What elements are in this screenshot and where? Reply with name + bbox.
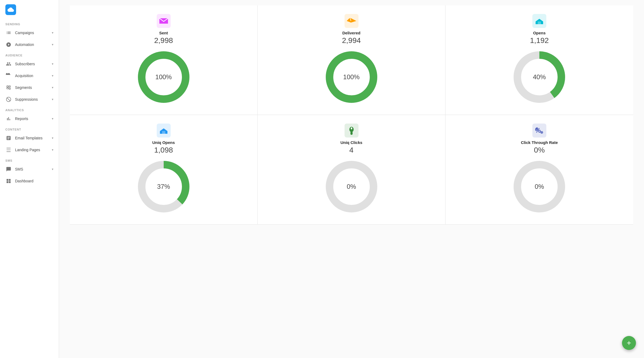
section-analytics: ANALYTICS bbox=[0, 105, 59, 113]
sidebar-item-subscribers[interactable]: Subscribers ▾ bbox=[0, 58, 59, 70]
dashboard-icon bbox=[5, 178, 12, 184]
stat-value-opens: 1,192 bbox=[530, 36, 549, 45]
subscribers-chevron: ▾ bbox=[52, 62, 53, 66]
stat-title-sent: Sent bbox=[159, 31, 168, 35]
app-logo bbox=[5, 4, 16, 15]
stat-title-uniq-opens: Uniq Opens bbox=[152, 140, 175, 145]
stats-grid: Sent 2,998 100% Delivered 2,994 100% bbox=[70, 5, 633, 225]
sidebar-item-email-templates[interactable]: Email Templates ▾ bbox=[0, 132, 59, 144]
svg-rect-16 bbox=[350, 132, 353, 135]
donut-uniq-clicks: 0% bbox=[325, 160, 378, 214]
svg-point-7 bbox=[330, 55, 374, 99]
stat-card-delivered: Delivered 2,994 100% bbox=[258, 5, 445, 115]
stat-title-uniq-clicks: Uniq Clicks bbox=[341, 140, 363, 145]
automation-label: Automation bbox=[15, 42, 52, 47]
donut-sent: 100% bbox=[137, 50, 191, 104]
stat-icon-uniq-opens bbox=[156, 123, 171, 138]
stat-title-opens: Opens bbox=[533, 31, 546, 35]
stat-icon-sent bbox=[156, 13, 171, 28]
svg-point-25 bbox=[517, 165, 561, 209]
sidebar-item-suppressions[interactable]: Suppressions ▾ bbox=[0, 93, 59, 105]
sidebar-item-reports[interactable]: Reports ▾ bbox=[0, 113, 59, 125]
svg-point-23 bbox=[536, 127, 538, 130]
acquisition-chevron: ▾ bbox=[52, 74, 53, 78]
donut-uniq-opens: 37% bbox=[137, 160, 191, 214]
acquisition-label: Acquisition bbox=[15, 74, 52, 78]
section-content: CONTENT bbox=[0, 125, 59, 132]
stat-icon-delivered bbox=[344, 13, 359, 28]
suppressions-chevron: ▾ bbox=[52, 97, 53, 101]
stat-card-uniq-clicks: Uniq Clicks 4 0% bbox=[258, 115, 445, 225]
main-content: Sent 2,998 100% Delivered 2,994 100% bbox=[59, 0, 644, 358]
sms-label: SMS bbox=[15, 167, 52, 171]
stat-icon-click-through-rate: % bbox=[532, 123, 547, 138]
donut-click-through-rate: 0% bbox=[513, 160, 566, 214]
section-sms: SMS bbox=[0, 156, 59, 163]
landing-pages-chevron: ▾ bbox=[52, 148, 53, 152]
sidebar-item-automation[interactable]: Automation ▾ bbox=[0, 39, 59, 50]
people-icon bbox=[5, 61, 12, 67]
stat-card-sent: Sent 2,998 100% bbox=[70, 5, 258, 115]
segments-label: Segments bbox=[15, 85, 52, 90]
campaigns-chevron: ▾ bbox=[52, 31, 53, 35]
reports-chevron: ▾ bbox=[52, 117, 53, 121]
sidebar-item-campaigns[interactable]: Campaigns ▾ bbox=[0, 27, 59, 39]
landing-pages-label: Landing Pages bbox=[15, 148, 52, 152]
reports-label: Reports bbox=[15, 117, 52, 121]
sidebar-item-landing-pages[interactable]: Landing Pages ▾ bbox=[0, 144, 59, 156]
suppressions-label: Suppressions bbox=[15, 97, 52, 102]
suppress-icon bbox=[5, 96, 12, 103]
stat-title-click-through-rate: Click Through Rate bbox=[521, 140, 558, 145]
stat-icon-opens bbox=[532, 13, 547, 28]
email-templates-chevron: ▾ bbox=[52, 136, 53, 140]
sidebar-item-segments[interactable]: Segments ▾ bbox=[0, 82, 59, 93]
stat-value-click-through-rate: 0% bbox=[534, 146, 545, 154]
svg-rect-18 bbox=[351, 127, 352, 129]
svg-point-19 bbox=[330, 165, 374, 209]
campaigns-label: Campaigns bbox=[15, 31, 52, 35]
svg-point-24 bbox=[540, 131, 543, 134]
automation-icon bbox=[5, 41, 12, 48]
section-sending: SENDING bbox=[0, 19, 59, 27]
svg-line-1 bbox=[7, 98, 10, 101]
stat-value-sent: 2,998 bbox=[154, 36, 173, 45]
sidebar-item-dashboard[interactable]: Dashboard bbox=[0, 175, 59, 187]
automation-chevron: ▾ bbox=[52, 43, 53, 46]
templates-icon bbox=[5, 135, 12, 141]
stat-icon-uniq-clicks bbox=[344, 123, 359, 138]
bar-chart-icon bbox=[5, 115, 12, 122]
svg-point-4 bbox=[142, 55, 186, 99]
list-icon bbox=[5, 30, 12, 36]
stat-value-uniq-opens: 1,098 bbox=[154, 146, 173, 154]
sidebar-item-sms[interactable]: SMS ▾ bbox=[0, 163, 59, 175]
donut-opens: 40% bbox=[513, 50, 566, 104]
segments-icon bbox=[5, 84, 12, 91]
dashboard-label: Dashboard bbox=[15, 179, 53, 183]
stat-card-uniq-opens: Uniq Opens 1,098 37% bbox=[70, 115, 258, 225]
stat-title-delivered: Delivered bbox=[342, 31, 361, 35]
stat-value-uniq-clicks: 4 bbox=[349, 146, 354, 154]
sidebar-item-acquisition[interactable]: Acquisition ▾ bbox=[0, 70, 59, 82]
sidebar: SENDING Campaigns ▾ Automation ▾ AUDIENC… bbox=[0, 0, 59, 358]
email-templates-label: Email Templates bbox=[15, 136, 52, 140]
sms-icon bbox=[5, 166, 12, 172]
acquisition-icon bbox=[5, 73, 12, 79]
stat-card-click-through-rate: % Click Through Rate 0% 0% bbox=[445, 115, 633, 225]
section-audience: AUDIENCE bbox=[0, 50, 59, 58]
fab-button[interactable]: + bbox=[622, 336, 636, 350]
donut-delivered: 100% bbox=[325, 50, 378, 104]
landing-icon bbox=[5, 147, 12, 153]
sms-chevron: ▾ bbox=[52, 167, 53, 171]
logo-area bbox=[0, 0, 59, 19]
stat-card-opens: Opens 1,192 40% bbox=[445, 5, 633, 115]
segments-chevron: ▾ bbox=[52, 86, 53, 89]
subscribers-label: Subscribers bbox=[15, 62, 52, 66]
stat-value-delivered: 2,994 bbox=[342, 36, 361, 45]
